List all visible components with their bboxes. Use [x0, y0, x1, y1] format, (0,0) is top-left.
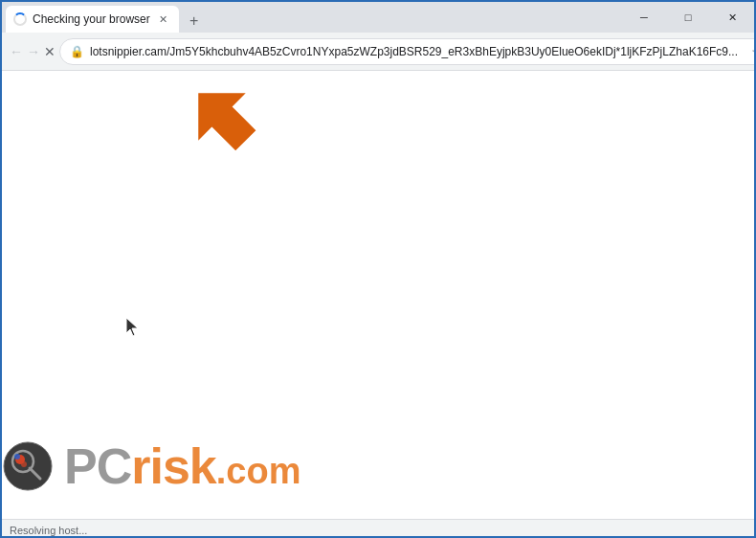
title-bar: Checking your browser ✕ + ─ □ ✕: [2, 2, 754, 33]
tab-close-button[interactable]: ✕: [156, 11, 171, 27]
bookmark-icon[interactable]: ☆: [744, 38, 756, 65]
minimize-button[interactable]: ─: [622, 2, 666, 33]
risk-text: risk: [131, 438, 216, 494]
maximize-button[interactable]: □: [666, 2, 710, 33]
back-button[interactable]: ←: [10, 38, 23, 65]
watermark: PCrisk.com: [2, 437, 300, 495]
svg-point-9: [14, 454, 20, 460]
lock-icon: 🔒: [70, 45, 84, 58]
tab-label: Checking your browser: [33, 12, 150, 26]
address-bar[interactable]: 🔒 lotsnippier.cam/Jm5Y5khcbuhv4AB5zCvro1…: [59, 38, 756, 65]
tab-area: Checking your browser ✕ +: [2, 2, 622, 33]
svg-point-7: [21, 461, 27, 467]
orange-arrow: [179, 78, 265, 155]
svg-marker-1: [126, 318, 138, 336]
toolbar: ← → ✕ 🔒 lotsnippier.cam/Jm5Y5khcbuhv4AB5…: [2, 33, 754, 71]
tab-loading-spinner: [13, 12, 27, 26]
window-controls: ─ □ ✕: [622, 2, 754, 33]
pc-text: PC: [64, 438, 131, 494]
url-text: lotsnippier.cam/Jm5Y5khcbuhv4AB5zCvro1NY…: [90, 45, 738, 58]
dotcom-text: .com: [216, 451, 301, 491]
new-tab-button[interactable]: +: [183, 10, 206, 33]
watermark-text: PCrisk.com: [64, 437, 300, 495]
status-text: Resolving host...: [10, 525, 87, 536]
forward-button[interactable]: →: [27, 38, 40, 65]
active-tab[interactable]: Checking your browser ✕: [6, 6, 179, 33]
pcrisk-logo: [2, 440, 55, 493]
mouse-cursor: [126, 318, 142, 341]
status-bar: Resolving host...: [2, 519, 754, 538]
page-content: PCrisk.com: [2, 71, 754, 519]
svg-marker-0: [179, 78, 265, 155]
close-button[interactable]: ✕: [710, 2, 754, 33]
reload-button[interactable]: ✕: [44, 38, 56, 65]
